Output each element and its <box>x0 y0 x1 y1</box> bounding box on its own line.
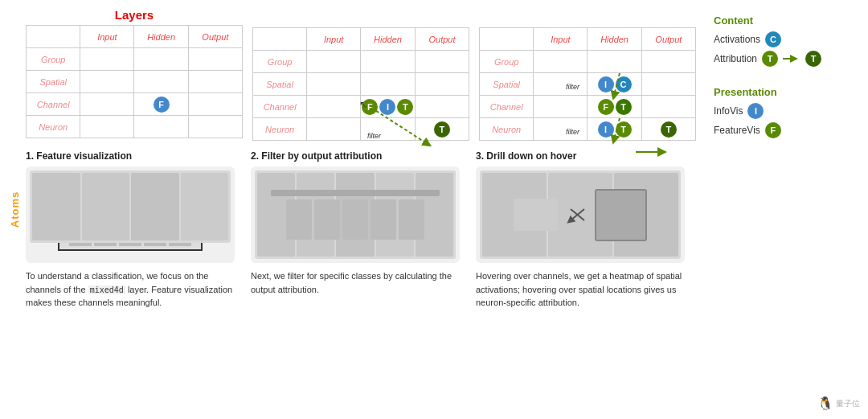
corner-cell <box>253 28 307 51</box>
infovis-label: InfoVis <box>714 105 743 117</box>
cell-T-output-3: T <box>641 118 695 141</box>
table-row: Group <box>27 48 243 71</box>
step-2-cell <box>399 199 424 240</box>
cell <box>307 118 361 141</box>
badge-T-2: T <box>397 99 413 115</box>
row-label-channel: Channel <box>253 96 307 118</box>
cell <box>80 48 134 71</box>
col-input-1: Input <box>80 26 134 48</box>
atoms-label: Atoms <box>10 191 22 228</box>
infovis-badge: I <box>747 103 764 119</box>
activations-badge: C <box>765 31 781 47</box>
col-hidden-2: Hidden <box>361 28 416 51</box>
table-row: Neuron I T T <box>480 118 696 141</box>
attribution-arrow <box>783 55 800 63</box>
featurevis-badge: F <box>765 122 781 138</box>
row-label-channel: Channel <box>480 96 534 118</box>
cell-ft-3: F T <box>588 96 641 118</box>
featurevis-label: FeatureVis <box>714 125 760 136</box>
cell <box>307 51 361 73</box>
step-3-image <box>476 166 685 263</box>
table-row: Spatial <box>253 73 469 96</box>
step-2-cell <box>286 199 312 240</box>
cell <box>188 48 242 71</box>
diagram-3: Input Hidden Output Group <box>479 8 696 141</box>
cell <box>534 118 588 141</box>
step-1-desc: To understand a classification, we focus… <box>26 269 243 310</box>
badge-T-3: T <box>616 99 632 115</box>
col-output-2: Output <box>415 28 469 51</box>
row-label-neuron: Neuron <box>27 116 80 138</box>
badge-I-3: I <box>598 76 614 92</box>
cell <box>307 96 361 118</box>
cell <box>307 73 361 96</box>
badge-T-out-3: T <box>661 121 677 138</box>
table-row: Spatial I C <box>480 73 696 96</box>
cell <box>641 96 695 118</box>
featurevis-row: FeatureVis F <box>714 122 821 138</box>
step-3-arrow <box>564 203 588 227</box>
badge-F-2: F <box>362 99 378 115</box>
cell-ic: I C <box>588 73 641 96</box>
cell <box>80 116 134 138</box>
badge-I-2: I <box>379 99 395 115</box>
col-hidden-1: Hidden <box>134 26 188 48</box>
table-row: Channel F <box>27 93 243 116</box>
cell <box>534 51 588 73</box>
infovis-row: InfoVis I <box>714 103 821 119</box>
step-1-title: 1. Feature visualization <box>26 150 243 162</box>
badge-T-neuron-2: T <box>434 121 450 138</box>
content-title: Content <box>714 14 821 27</box>
steps-area: 1. Feature visualization <box>26 150 709 310</box>
presentation-title: Presentation <box>714 86 821 98</box>
corner-cell <box>27 26 80 48</box>
watermark: 🐧 量子位 <box>817 396 860 411</box>
grid-table-1: Input Hidden Output Group <box>26 25 243 138</box>
activations-row: Activations C <box>714 31 821 47</box>
attribution-label: Attribution <box>714 53 757 64</box>
step-2-image <box>251 166 460 263</box>
cell <box>188 93 242 116</box>
cell <box>588 51 641 73</box>
step-2-cell <box>371 199 396 240</box>
grid-table-3: Input Hidden Output Group <box>479 27 696 141</box>
row-label-channel: Channel <box>27 93 80 116</box>
cell <box>134 48 188 71</box>
badge-F-1: F <box>154 97 170 113</box>
col-output-3: Output <box>641 28 695 51</box>
step-3-small-box <box>514 199 558 231</box>
table-row: Spatial <box>27 71 243 93</box>
row-label-group: Group <box>27 48 80 71</box>
step-2-bar <box>271 190 440 196</box>
row-label-neuron: Neuron <box>480 118 534 141</box>
cell <box>361 118 416 141</box>
step-2-desc: Next, we filter for specific classes by … <box>251 269 468 296</box>
step-1: 1. Feature visualization <box>26 150 243 310</box>
cell <box>80 71 134 93</box>
badge-F-3: F <box>598 99 614 115</box>
cell <box>188 71 242 93</box>
cell-fit-badges: F I T <box>361 96 416 118</box>
badge-I-neuron-3: I <box>598 121 614 138</box>
step-3-title: 3. Drill down on hover <box>476 150 693 162</box>
content-section: Content Activations C Attribution T <box>714 14 821 70</box>
badge-C-3: C <box>616 76 632 92</box>
col-hidden-3: Hidden <box>588 28 641 51</box>
right-panel: Content Activations C Attribution T <box>707 8 828 411</box>
cell <box>188 116 242 138</box>
cell <box>134 116 188 138</box>
step-3-large-box <box>595 189 647 241</box>
step-2-cell <box>342 199 368 240</box>
table-row: Group <box>480 51 696 73</box>
row-label-spatial: Spatial <box>27 71 80 93</box>
cell <box>534 73 588 96</box>
row-label-spatial: Spatial <box>253 73 307 96</box>
cell-f-badge: F <box>134 93 188 116</box>
col-input-3: Input <box>534 28 588 51</box>
layers-title: Layers <box>26 8 243 22</box>
cell <box>361 73 416 96</box>
cell <box>415 51 469 73</box>
table-row: Group <box>253 51 469 73</box>
corner-cell <box>480 28 534 51</box>
cell-it-3: I T <box>588 118 641 141</box>
